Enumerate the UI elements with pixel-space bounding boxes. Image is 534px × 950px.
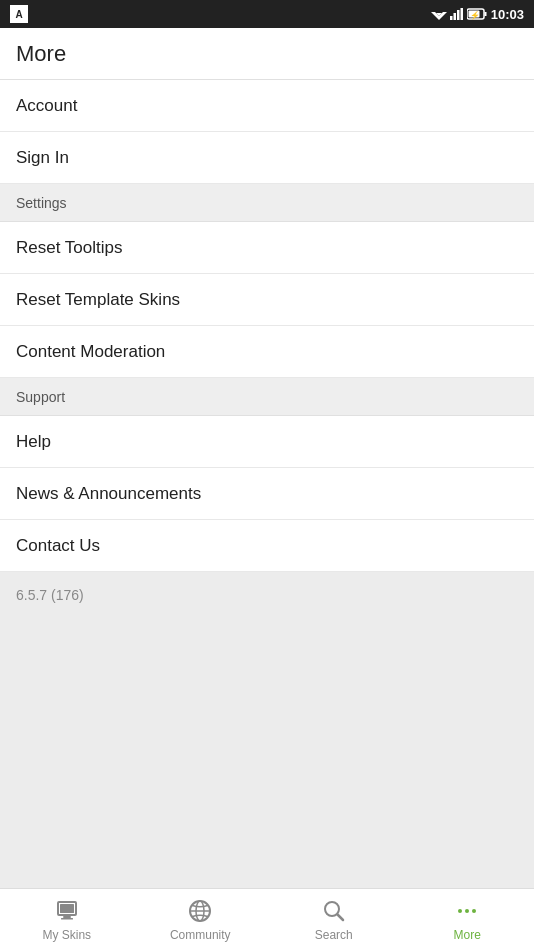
version-text: 6.5.7 (176) [16,587,84,603]
svg-rect-13 [63,916,71,918]
header: More [0,28,534,80]
signal-icon [450,8,464,20]
svg-rect-3 [450,16,453,20]
svg-rect-12 [60,904,74,913]
svg-text:⚡: ⚡ [470,10,480,20]
menu-item-account[interactable]: Account [0,80,534,132]
content-area: Account Sign In Settings Reset Tooltips … [0,80,534,940]
menu-item-reset-tooltips[interactable]: Reset Tooltips [0,222,534,274]
svg-line-19 [337,914,343,920]
nav-item-more[interactable]: More [407,898,527,942]
svg-rect-14 [61,918,73,920]
status-icons: ⚡ [431,8,487,20]
svg-rect-6 [460,8,463,20]
section-header-support: Support [0,378,534,416]
svg-point-22 [472,909,476,913]
page-title: More [16,41,66,67]
menu-item-help[interactable]: Help [0,416,534,468]
menu-item-news-announcements[interactable]: News & Announcements [0,468,534,520]
status-time: 10:03 [491,7,524,22]
svg-rect-5 [457,10,460,20]
svg-rect-4 [453,13,456,20]
menu-item-content-moderation[interactable]: Content Moderation [0,326,534,378]
menu-item-contact-us[interactable]: Contact Us [0,520,534,572]
search-icon [321,898,347,924]
menu-item-reset-template-skins[interactable]: Reset Template Skins [0,274,534,326]
more-label: More [454,928,481,942]
community-icon [187,898,213,924]
battery-icon: ⚡ [467,8,487,20]
svg-point-21 [465,909,469,913]
bottom-nav: My Skins Community Search [0,888,534,950]
my-skins-icon [54,898,80,924]
status-bar: A ⚡ 10:03 [0,0,534,28]
nav-item-community[interactable]: Community [140,898,260,942]
more-icon [454,898,480,924]
status-bar-right: ⚡ 10:03 [431,7,524,22]
nav-item-search[interactable]: Search [274,898,394,942]
wifi-icon [431,8,447,20]
version-area: 6.5.7 (176) [0,572,534,940]
svg-rect-8 [484,12,486,16]
menu-item-sign-in[interactable]: Sign In [0,132,534,184]
my-skins-label: My Skins [42,928,91,942]
status-bar-left: A [10,5,28,23]
app-icon: A [10,5,28,23]
nav-item-my-skins[interactable]: My Skins [7,898,127,942]
svg-point-20 [458,909,462,913]
community-label: Community [170,928,231,942]
section-header-settings: Settings [0,184,534,222]
search-label: Search [315,928,353,942]
